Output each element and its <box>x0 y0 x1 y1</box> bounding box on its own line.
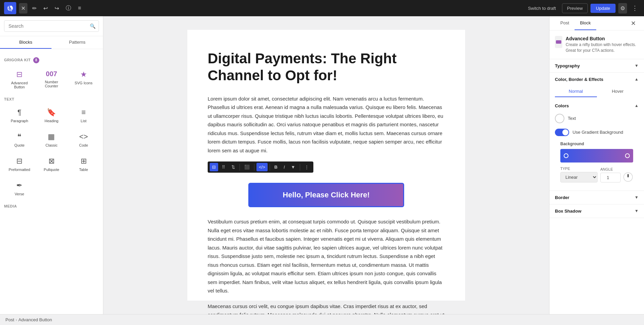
type-group: TYPE Linear Radial <box>560 167 598 182</box>
more-options-button[interactable]: ⋮ <box>630 2 640 14</box>
tab-patterns[interactable]: Patterns <box>51 36 103 49</box>
number-counter-block[interactable]: 007 Number Counter <box>36 66 67 93</box>
text-color-swatch[interactable] <box>555 114 564 123</box>
table-block[interactable]: ⊞ Table <box>68 153 99 176</box>
angle-dial[interactable] <box>623 172 633 182</box>
sidebar-content: GRIGORA KIT 8 ⊟ Advanced Button 007 Numb… <box>0 49 103 314</box>
color-border-header[interactable]: Color, Border & Effects ▲ <box>549 73 644 86</box>
cta-button[interactable]: Hello, Please Click Here! <box>248 183 404 207</box>
code-toolbar-button[interactable]: </> <box>256 163 268 171</box>
block-info-desc: Create a nifty button with hover effects… <box>566 42 639 53</box>
sidebar-close-button[interactable]: ✕ <box>628 16 639 30</box>
italic-button[interactable]: I <box>281 163 287 171</box>
more-formats-button[interactable]: ▼ <box>289 163 298 171</box>
search-icon: 🔍 <box>90 23 96 29</box>
colors-subheader[interactable]: Colors ▲ <box>549 101 644 110</box>
breadcrumb-advanced-button[interactable]: Advanced Button <box>18 317 52 322</box>
text-color-label: Text <box>568 116 576 121</box>
list-icon: ≡ <box>81 108 86 117</box>
sidebar-tabs: Blocks Patterns <box>0 36 103 49</box>
gradient-toggle-label: Use Gradient Background <box>573 130 623 135</box>
move-up-down-button[interactable]: ⇅ <box>229 163 237 171</box>
gradient-toggle[interactable] <box>555 129 569 136</box>
toolbar-divider-1 <box>240 164 240 171</box>
paragraph-block[interactable]: ¶ Paragraph <box>4 104 35 127</box>
redo-button[interactable]: ↪ <box>53 3 61 14</box>
svg-icons-block[interactable]: ★ SVG Icons <box>68 66 99 93</box>
grigora-kit-label: GRIGORA KIT 8 <box>4 57 99 63</box>
number-counter-icon: 007 <box>46 70 57 78</box>
table-label: Table <box>79 168 88 172</box>
switch-to-draft-button[interactable]: Switch to draft <box>524 4 559 13</box>
classic-block[interactable]: ▦ Classic <box>36 128 67 151</box>
classic-label: Classic <box>45 143 57 147</box>
list-block[interactable]: ≡ List <box>68 104 99 127</box>
block-type-icon[interactable]: ⊟ <box>210 163 218 171</box>
quote-block[interactable]: ❝ Quote <box>4 128 35 151</box>
drag-handle[interactable]: ⠿ <box>220 163 228 171</box>
subtab-hover[interactable]: Hover <box>597 86 639 97</box>
paragraph-2[interactable]: Vestibulum cursus pretium enim, at conse… <box>208 217 445 295</box>
search-input[interactable] <box>4 20 99 32</box>
verse-block[interactable]: ✒ Verse <box>4 177 35 200</box>
update-button[interactable]: Update <box>590 4 616 13</box>
color-border-label: Color, Border & Effects <box>555 77 603 82</box>
type-field-label: TYPE <box>560 167 598 171</box>
verse-icon: ✒ <box>16 181 22 190</box>
options-button[interactable]: ⋮ <box>302 163 311 171</box>
bold-button[interactable]: B <box>272 163 280 171</box>
typography-label: Typography <box>555 63 580 68</box>
preformatted-block[interactable]: ⊟ Preformatted <box>4 153 35 176</box>
code-block[interactable]: <> Code <box>68 128 99 151</box>
undo-button[interactable]: ↩ <box>41 3 50 14</box>
wordpress-logo[interactable] <box>4 2 16 14</box>
tab-block[interactable]: Block <box>575 16 596 30</box>
preformatted-icon: ⊟ <box>16 157 22 166</box>
align-button[interactable]: ⬛ <box>242 163 252 171</box>
gradient-preview[interactable] <box>560 149 633 162</box>
post-title[interactable]: Digital Payments: The Right Channel to O… <box>208 50 445 84</box>
box-shadow-header[interactable]: Box Shadow ▼ <box>549 204 644 218</box>
border-header[interactable]: Border ▼ <box>549 191 644 204</box>
type-angle-row: TYPE Linear Radial ANGLE <box>555 167 639 187</box>
pullquote-block[interactable]: ⊠ Pullquote <box>36 153 67 176</box>
typography-section: Typography ▼ <box>549 59 644 73</box>
paragraph-1[interactable]: Lorem ipsum dolor sit amet, consectetur … <box>208 94 445 155</box>
box-shadow-label: Box Shadow <box>555 209 581 214</box>
advanced-button-block[interactable]: ⊟ Advanced Button <box>4 66 35 93</box>
verse-label: Verse <box>15 192 24 196</box>
angle-field-label: ANGLE <box>600 167 621 171</box>
type-select[interactable]: Linear Radial <box>560 172 598 182</box>
block-info: Advanced Button Create a nifty button wi… <box>549 30 644 59</box>
svg-icons-label: SVG Icons <box>75 81 92 85</box>
close-button[interactable]: ✕ <box>19 3 27 14</box>
menu-button[interactable]: ≡ <box>76 3 83 13</box>
breadcrumb-post[interactable]: Post <box>5 317 14 322</box>
number-counter-label: Number Counter <box>39 80 64 88</box>
settings-button[interactable]: ⚙ <box>618 3 627 14</box>
tab-post[interactable]: Post <box>555 16 575 30</box>
topbar: ✕ ✏ ↩ ↪ ⓘ ≡ Switch to draft Preview Upda… <box>0 0 644 16</box>
border-section: Border ▼ <box>549 191 644 204</box>
table-icon: ⊞ <box>81 157 87 166</box>
block-info-icon <box>555 36 562 48</box>
typography-header[interactable]: Typography ▼ <box>549 59 644 72</box>
gradient-toggle-row: Use Gradient Background <box>555 127 639 137</box>
heading-block[interactable]: 🔖 Heading <box>36 104 67 127</box>
paragraph-3[interactable]: Maecenas cursus orci velit, eu congue ip… <box>208 302 445 314</box>
gradient-stop-right[interactable] <box>625 153 630 158</box>
typography-chevron-icon: ▼ <box>635 63 639 68</box>
background-label: Background <box>555 140 639 149</box>
text-section-label: TEXT <box>4 97 99 101</box>
subtab-normal[interactable]: Normal <box>555 86 597 97</box>
preview-button[interactable]: Preview <box>562 3 588 13</box>
angle-input[interactable] <box>600 173 621 182</box>
edit-button[interactable]: ✏ <box>30 3 39 14</box>
info-button[interactable]: ⓘ <box>64 3 73 14</box>
block-info-title: Advanced Button <box>566 36 639 41</box>
tab-blocks[interactable]: Blocks <box>0 36 51 49</box>
gradient-stop-left[interactable] <box>564 153 568 158</box>
advanced-button-icon: ⊟ <box>16 70 22 79</box>
main-layout: 🔍 Blocks Patterns GRIGORA KIT 8 ⊟ Advanc… <box>0 16 644 314</box>
search-container: 🔍 <box>0 16 103 36</box>
